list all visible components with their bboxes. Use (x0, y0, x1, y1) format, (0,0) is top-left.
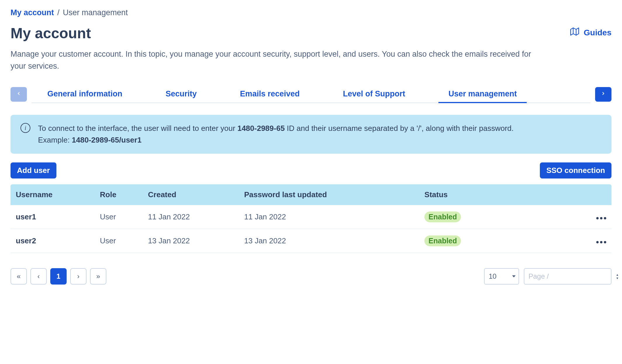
breadcrumb-root[interactable]: My account (11, 8, 54, 17)
guides-link[interactable]: Guides (570, 27, 611, 38)
tab-emails-received[interactable]: Emails received (230, 85, 310, 103)
map-icon (570, 27, 579, 38)
cell-created: 13 Jan 2022 (143, 229, 239, 253)
guides-label: Guides (584, 28, 611, 37)
cell-username: user2 (11, 229, 95, 253)
breadcrumb: My account / User management (11, 8, 611, 17)
row-menu-button[interactable] (596, 217, 606, 219)
info-example-label: Example: (38, 136, 72, 144)
page-number-stepper[interactable]: ▴ ▾ (616, 273, 618, 280)
cell-role: User (95, 205, 143, 229)
cell-actions (551, 229, 611, 253)
sso-connection-button[interactable]: SSO connection (540, 162, 611, 178)
info-banner: i To connect to the interface, the user … (11, 115, 611, 154)
info-text-2: ID and their username separated by a '/'… (285, 124, 514, 133)
tabs-scroll-right[interactable] (595, 87, 611, 102)
info-icon: i (20, 123, 30, 133)
page-description: Manage your customer account. In this to… (11, 48, 537, 72)
chevron-left-icon (16, 90, 21, 99)
status-badge: Enabled (424, 235, 461, 246)
page-last-button[interactable]: » (90, 268, 106, 285)
page-next-button[interactable]: › (70, 268, 87, 285)
info-text-1: To connect to the interface, the user wi… (38, 124, 237, 133)
tab-user-management[interactable]: User management (438, 85, 527, 103)
page-number-input[interactable] (524, 272, 616, 281)
chevron-down-icon: ▾ (616, 276, 618, 280)
tabs-scroll-left[interactable] (11, 87, 27, 102)
status-badge: Enabled (424, 212, 461, 222)
cell-username: user1 (11, 205, 95, 229)
cell-status: Enabled (419, 205, 551, 229)
page-number-button[interactable]: 1 (50, 268, 67, 285)
info-message: To connect to the interface, the user wi… (38, 122, 514, 146)
chevron-right-icon (601, 90, 606, 99)
page-title: My account (11, 25, 91, 42)
cell-status: Enabled (419, 229, 551, 253)
add-user-button[interactable]: Add user (11, 162, 56, 178)
col-status: Status (419, 184, 551, 205)
ellipsis-icon (596, 241, 599, 243)
users-table: Username Role Created Password last upda… (11, 184, 611, 253)
svg-marker-0 (571, 28, 579, 35)
info-example-value: 1480-2989-65/user1 (72, 136, 142, 144)
info-account-id: 1480-2989-65 (237, 124, 285, 133)
cell-role: User (95, 229, 143, 253)
row-menu-button[interactable] (596, 241, 606, 243)
breadcrumb-current: User management (63, 8, 128, 17)
page-size-select[interactable]: 10 (484, 268, 519, 285)
col-username: Username (11, 184, 95, 205)
tab-general-information[interactable]: General information (37, 85, 132, 103)
page-prev-button[interactable]: ‹ (30, 268, 47, 285)
tab-security[interactable]: Security (156, 85, 207, 103)
col-created: Created (143, 184, 239, 205)
page-first-button[interactable]: « (11, 268, 27, 285)
chevron-up-icon: ▴ (616, 273, 618, 276)
col-actions (551, 184, 611, 205)
tabs: General information Security Emails rece… (32, 85, 590, 103)
cell-pwd: 13 Jan 2022 (239, 229, 419, 253)
col-role: Role (95, 184, 143, 205)
col-password-updated: Password last updated (239, 184, 419, 205)
tab-level-of-support[interactable]: Level of Support (333, 85, 415, 103)
breadcrumb-separator: / (56, 8, 61, 17)
table-row: user2 User 13 Jan 2022 13 Jan 2022 Enabl… (11, 229, 611, 253)
cell-created: 11 Jan 2022 (143, 205, 239, 229)
ellipsis-icon (596, 217, 599, 219)
cell-actions (551, 205, 611, 229)
table-row: user1 User 11 Jan 2022 11 Jan 2022 Enabl… (11, 205, 611, 229)
cell-pwd: 11 Jan 2022 (239, 205, 419, 229)
